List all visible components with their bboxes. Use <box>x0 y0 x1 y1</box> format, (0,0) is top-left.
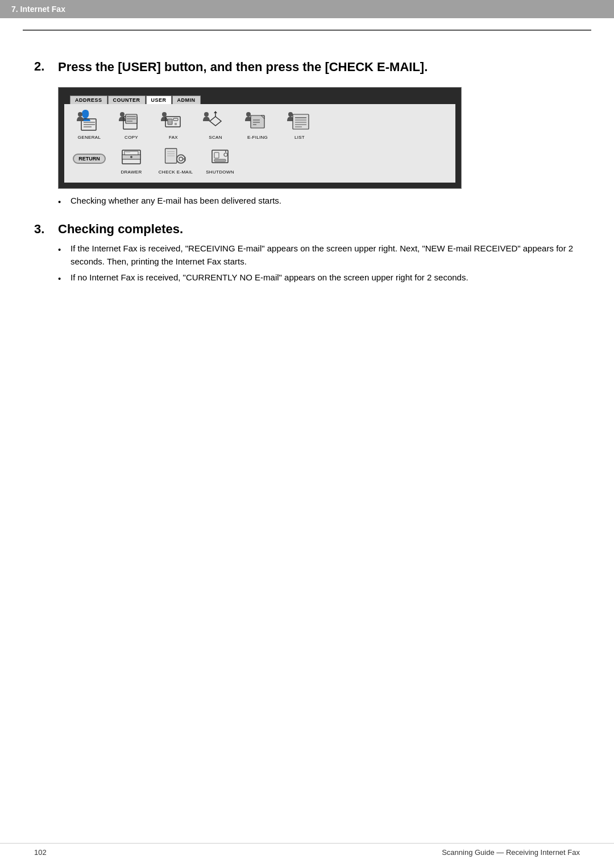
copy-label: COPY <box>125 135 138 140</box>
svg-marker-21 <box>214 111 217 113</box>
scan-icon <box>202 109 229 134</box>
list-icon <box>286 109 313 134</box>
step2-bullets: • Checking whether any E-mail has been d… <box>58 195 580 209</box>
copy-icon <box>118 109 145 134</box>
svg-point-28 <box>288 112 293 117</box>
icon-fax[interactable]: FAX <box>154 109 193 140</box>
tab-user[interactable]: USER <box>146 96 172 104</box>
icon-list[interactable]: LIST <box>280 109 319 140</box>
footer-page-number: 102 <box>34 848 47 857</box>
step3-bullet-2: • If no Internet Fax is received, "CURRE… <box>58 271 580 286</box>
header-label: 7. Internet Fax <box>11 5 65 14</box>
header-bar: 7. Internet Fax <box>0 0 614 18</box>
icon-row-2: RETURN DRAWER <box>70 143 450 175</box>
efiling-label: E-FILING <box>247 135 268 140</box>
bullet-item-1: • Checking whether any E-mail has been d… <box>58 195 580 209</box>
svg-rect-15 <box>173 118 178 121</box>
icon-general[interactable]: 👤 GENERAL <box>70 109 109 140</box>
footer: 102 Scanning Guide — Receiving Internet … <box>0 843 614 857</box>
return-button[interactable]: RETURN <box>73 154 106 164</box>
svg-point-45 <box>179 157 182 160</box>
svg-rect-49 <box>214 152 219 158</box>
step3-heading: 3. Checking completes. <box>34 222 580 237</box>
icon-shutdown[interactable]: SHUTDOWN <box>201 143 239 175</box>
svg-rect-9 <box>127 116 136 117</box>
svg-point-12 <box>162 112 167 117</box>
step2-heading: 2. Press the [USER] button, and then pre… <box>34 59 580 76</box>
check-email-label: CHECK E-MAIL <box>159 170 193 175</box>
icon-drawer[interactable]: DRAWER <box>112 143 151 175</box>
fax-icon <box>160 109 187 134</box>
svg-point-5 <box>78 112 82 117</box>
general-icon: 👤 <box>76 109 103 134</box>
svg-rect-52 <box>214 159 226 162</box>
svg-rect-10 <box>127 118 136 119</box>
shutdown-icon <box>206 143 234 168</box>
tab-admin[interactable]: ADMIN <box>172 96 201 104</box>
step3-text-2: If no Internet Fax is received, "CURRENT… <box>70 271 468 284</box>
efiling-icon <box>244 109 271 134</box>
svg-point-6 <box>120 112 125 117</box>
tab-counter[interactable]: COUNTER <box>108 96 146 104</box>
icon-row-1: 👤 GENERAL <box>70 109 450 140</box>
tab-address[interactable]: ADDRESS <box>70 96 107 104</box>
drawer-label: DRAWER <box>121 170 142 175</box>
check-email-icon <box>162 143 189 168</box>
step3-dot-1: • <box>58 243 68 257</box>
step3-number: 3. <box>34 222 51 237</box>
icon-check-email[interactable]: CHECK E-MAIL <box>154 143 197 175</box>
svg-marker-19 <box>210 117 221 126</box>
icon-copy[interactable]: COPY <box>112 109 151 140</box>
svg-point-18 <box>204 112 209 117</box>
svg-point-50 <box>224 153 227 156</box>
bullet-text-1: Checking whether any E-mail has been del… <box>70 195 281 208</box>
tab-row: ADDRESS COUNTER USER ADMIN <box>64 93 455 104</box>
step3-title: Checking completes. <box>58 222 183 237</box>
step2-number: 2. <box>34 59 51 74</box>
svg-rect-14 <box>168 119 172 125</box>
scan-label: SCAN <box>209 135 222 140</box>
drawer-icon <box>118 143 145 168</box>
fax-label: FAX <box>169 135 178 140</box>
svg-rect-23 <box>251 115 264 128</box>
step3-dot-2: • <box>58 272 68 286</box>
ui-image-box: ADDRESS COUNTER USER ADMIN 👤 <box>58 87 462 189</box>
icon-return[interactable]: RETURN <box>70 154 109 164</box>
main-content: 2. Press the [USER] button, and then pre… <box>0 31 614 312</box>
bullet-dot-1: • <box>58 196 68 209</box>
step3-bullets: • If the Internet Fax is received, "RECE… <box>58 242 580 286</box>
icon-grid: 👤 GENERAL <box>64 104 455 183</box>
general-label: GENERAL <box>78 135 101 140</box>
footer-title: Scanning Guide — Receiving Internet Fax <box>442 848 580 857</box>
svg-point-37 <box>130 156 132 158</box>
svg-rect-38 <box>125 151 138 155</box>
step3-text-1: If the Internet Fax is received, "RECEIV… <box>70 242 580 268</box>
step2-title: Press the [USER] button, and then press … <box>58 59 428 76</box>
icon-scan[interactable]: SCAN <box>196 109 235 140</box>
svg-point-22 <box>246 112 251 117</box>
shutdown-label: SHUTDOWN <box>206 170 234 175</box>
list-label: LIST <box>294 135 305 140</box>
svg-rect-11 <box>127 121 132 122</box>
step3-bullet-1: • If the Internet Fax is received, "RECE… <box>58 242 580 268</box>
icon-efiling[interactable]: E-FILING <box>238 109 277 140</box>
